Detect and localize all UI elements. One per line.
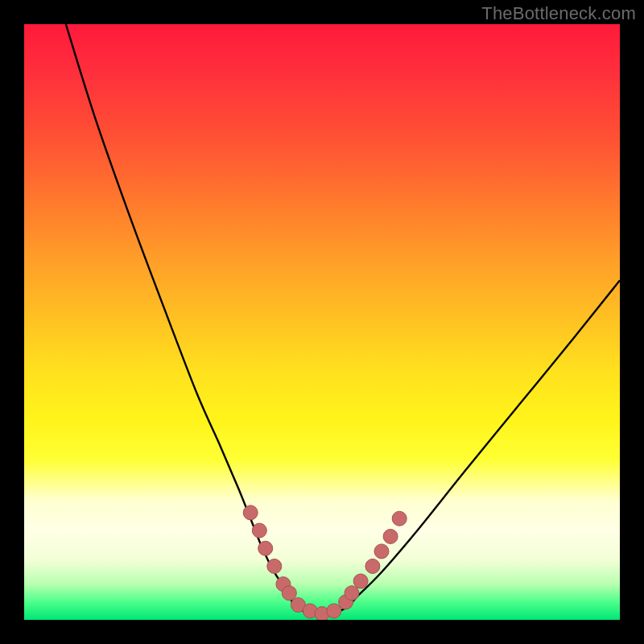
highlight-marker — [327, 604, 341, 618]
watermark-label: TheBottleneck.com — [481, 3, 636, 24]
highlight-marker — [374, 544, 389, 559]
chart-svg — [24, 24, 620, 620]
outer-frame: TheBottleneck.com — [0, 0, 644, 644]
highlight-marker — [353, 574, 368, 588]
highlight-marker — [282, 586, 296, 601]
bottleneck-curve-path — [66, 24, 620, 615]
highlight-marker — [243, 506, 258, 520]
plot-area — [24, 24, 620, 620]
highlight-marker — [252, 523, 266, 538]
highlight-marker — [365, 559, 380, 573]
highlight-marker — [267, 559, 282, 573]
highlight-marker — [345, 586, 359, 601]
highlight-marker — [392, 511, 407, 526]
highlight-marker — [383, 529, 398, 543]
marker-group — [243, 506, 407, 620]
highlight-marker — [258, 541, 273, 555]
